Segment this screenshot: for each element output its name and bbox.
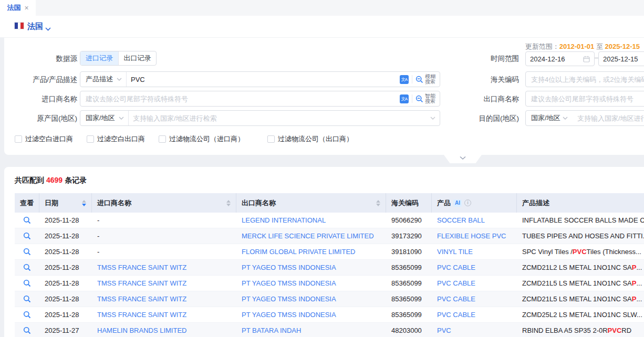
importer-cell[interactable]: TMSS FRANCE SAINT WITZ [92,307,236,322]
importer-cell[interactable]: HAMELIN BRANDS LIMITED [92,323,236,337]
product-cell[interactable]: SOCCER BALL [432,213,517,228]
date-cell: 2025-11-28 [39,228,92,244]
hs-code-field [525,71,644,87]
product-cell[interactable]: VINYL TILE [432,244,517,259]
origin-country-select[interactable]: 国家/地区 [80,111,129,125]
hs-code-cell: 85365099 [386,291,432,307]
magnifier-icon[interactable] [23,327,31,334]
product-field-select[interactable]: 产品描述 [80,72,127,87]
destination-country-field [572,110,644,126]
destination-country-select[interactable]: 国家/地区 [525,110,573,126]
date-start-input[interactable]: 2024-12-16 [525,51,595,66]
date-cell: 2025-11-27 [39,323,92,337]
sort-icon[interactable] [376,200,380,206]
translate-icon[interactable]: 文A [400,94,409,103]
view-record-button[interactable] [15,323,39,337]
date-cell: 2025-11-28 [39,213,92,228]
translate-icon[interactable]: 文A [400,75,409,84]
view-record-button[interactable] [15,228,39,244]
table-row: 2025-11-28TMSS FRANCE SAINT WITZPT YAGEO… [15,260,644,276]
view-record-button[interactable] [15,260,39,275]
collapse-panel-handle[interactable] [444,155,482,163]
product-cell[interactable]: FLEXIBLE HOSE PVC [432,228,517,244]
chevron-down-icon[interactable] [45,24,51,33]
hs-code-input[interactable] [526,72,644,87]
close-icon[interactable]: × [24,4,28,12]
exporter-name-input[interactable] [526,91,644,106]
description-cell: TUBES PIPES AND HOSES AND FITTI... [517,228,644,244]
importer-cell[interactable]: TMSS FRANCE SAINT WITZ [92,276,236,291]
exporter-cell[interactable]: PT YAGEO TMSS INDONESIA [236,276,386,291]
magnifier-icon[interactable] [23,295,31,303]
importer-cell[interactable]: TMSS FRANCE SAINT WITZ [92,291,236,307]
product-cell[interactable]: PVC [432,323,517,337]
origin-country-input[interactable] [129,111,430,125]
exporter-cell[interactable]: PT BATARA INDAH [236,323,386,337]
exporter-cell[interactable]: PT YAGEO TMSS INDONESIA [236,307,386,322]
description-cell: ZCMD25L2 LS METAL 1NO1NC SLW... [517,307,644,322]
divider [412,94,412,103]
sort-icon[interactable] [226,200,231,206]
magnifier-icon[interactable] [23,311,31,319]
origin-country-label: 原产国(地区) [4,114,77,123]
product-cell[interactable]: PVC CABLE [432,276,517,291]
date-end-input[interactable]: 2025-12-15 [598,51,644,66]
description-cell: SPC Vinyl Tiles / PVC Tiles (Thickness..… [517,244,644,259]
filter-checkbox-row: 过滤空白进口商 过滤空白出口商 过滤物流公司（进口商） 过滤物流公司（出口商） [15,134,353,144]
hs-code-cell: 39181090 [386,244,432,259]
view-record-button[interactable] [15,244,39,259]
view-record-button[interactable] [15,291,39,307]
filter-logistics-exporter-checkbox[interactable]: 过滤物流公司（出口商） [267,134,353,144]
product-search-input[interactable] [127,72,400,87]
match-count: 共匹配到4699条记录 [15,176,87,185]
date-cell: 2025-11-28 [39,291,92,307]
column-header-description: 产品描述 [517,193,644,213]
view-record-button[interactable] [15,307,39,322]
filter-panel: 更新范围：2012-01-01 至 2025-12-15 数据源 进口记录 出口… [4,37,644,155]
product-cell[interactable]: PVC CABLE [432,307,517,322]
importer-label: 进口商名称 [4,94,77,104]
product-cell[interactable]: PVC CABLE [432,291,517,307]
column-header-importer[interactable]: 进口商名称 [92,193,236,213]
update-range-start: 2012-01-01 [559,43,595,50]
magnifier-icon[interactable] [23,279,31,287]
exporter-cell[interactable]: PT YAGEO TMSS INDONESIA [236,260,386,275]
hs-code-cell: 85365099 [386,260,432,275]
export-records-tab[interactable]: 出口记录 [118,51,156,65]
table-row: 2025-11-28-LEGEND INTERNATIONAL95066290S… [15,213,644,228]
product-cell[interactable]: PVC CABLE [432,260,517,275]
chevron-down-icon [119,117,124,120]
exporter-cell[interactable]: FLORIM GLOBAL PRIVATE LIMITED [236,244,386,259]
magnifier-icon[interactable] [23,248,31,256]
exporter-cell[interactable]: PT YAGEO TMSS INDONESIA [236,291,386,307]
column-header-exporter[interactable]: 出口商名称 [236,193,386,213]
product-search-group: 产品描述 文A 模糊搜索 [80,71,440,87]
france-flag-icon [15,23,24,29]
filter-blank-exporter-checkbox[interactable]: 过滤空白出口商 [87,134,145,144]
column-header-view: 查看 [15,193,39,213]
exporter-cell[interactable]: LEGEND INTERNATIONAL [236,213,386,228]
importer-name-input[interactable] [80,91,400,106]
magnifier-icon[interactable] [23,232,31,240]
table-body: 2025-11-28-LEGEND INTERNATIONAL95066290S… [15,213,644,337]
checkbox-icon [87,135,94,143]
sort-icon[interactable] [82,200,86,206]
data-source-segmented: 进口记录 出口记录 [80,51,157,66]
magnifier-icon[interactable] [23,216,31,224]
filter-blank-importer-checkbox[interactable]: 过滤空白进口商 [15,134,73,144]
filter-logistics-importer-checkbox[interactable]: 过滤物流公司（进口商） [159,134,244,144]
importer-cell[interactable]: TMSS FRANCE SAINT WITZ [92,260,236,275]
tab-france[interactable]: 法国 × [0,0,36,16]
description-cell: RBIND ELBA A5 SP35 2-0R PVC RD [517,323,644,337]
info-icon[interactable]: i [464,199,471,206]
magnifier-icon[interactable] [23,264,31,271]
import-records-tab[interactable]: 进口记录 [80,51,118,65]
destination-country-input[interactable] [572,111,644,125]
exporter-cell[interactable]: MERCK LIFE SCIENCE PRIVATE LIMITED [236,228,386,244]
table-row: 2025-11-28-FLORIM GLOBAL PRIVATE LIMITED… [15,244,644,260]
table-row: 2025-11-27HAMELIN BRANDS LIMITEDPT BATAR… [15,323,644,337]
data-source-label: 数据源 [4,54,77,64]
view-record-button[interactable] [15,276,39,291]
view-record-button[interactable] [15,213,39,228]
column-header-date[interactable]: 日期 [39,193,92,213]
